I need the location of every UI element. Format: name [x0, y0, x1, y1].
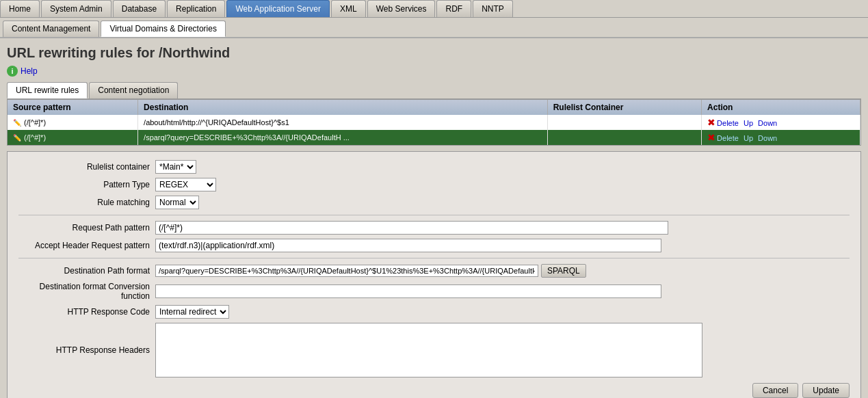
col-header-action: Action [702, 100, 860, 115]
second-nav-tab-content-management[interactable]: Content Management [3, 21, 99, 37]
help-section: i Help [0, 64, 868, 82]
rule-matching-row: Rule matching Normal Greedy [18, 196, 850, 209]
rule-matching-select[interactable]: Normal Greedy [155, 196, 199, 209]
delete-icon[interactable]: ✖ [707, 132, 715, 143]
form-buttons: Cancel Update [18, 383, 850, 398]
dest-format-row: Destination format Conversion function [18, 282, 850, 301]
up-link[interactable]: Up [744, 119, 753, 127]
col-header-rulelist: Rulelist Container [547, 100, 701, 115]
top-nav-tab-rdf[interactable]: RDF [436, 0, 471, 17]
form-divider-1 [18, 215, 850, 215]
http-response-code-label: HTTP Response Code [18, 307, 155, 317]
pattern-type-row: Pattern Type REGEX WILDCARD [18, 178, 850, 191]
sparql-button[interactable]: SPARQL [541, 264, 586, 278]
dest-format-label: Destination format Conversion function [18, 282, 155, 301]
pattern-type-label: Pattern Type [18, 180, 155, 189]
col-header-destination: Destination [138, 100, 548, 115]
destination-cell: /about/html/http://^{URIQADefaultHost}^$… [138, 115, 548, 130]
down-link[interactable]: Down [758, 134, 777, 142]
delete-link[interactable]: Delete [717, 119, 739, 127]
top-nav-tab-web-services[interactable]: Web Services [367, 0, 436, 17]
rules-table: Source pattern Destination Rulelist Cont… [8, 100, 860, 145]
dest-path-input[interactable] [155, 265, 538, 277]
request-path-row: Request Path pattern [18, 221, 850, 235]
top-nav-tab-replication[interactable]: Replication [167, 0, 225, 17]
pattern-type-select[interactable]: REGEX WILDCARD [155, 178, 216, 191]
top-nav-tab-database[interactable]: Database [113, 0, 166, 17]
up-link[interactable]: Up [744, 134, 753, 142]
rules-table-container: Source pattern Destination Rulelist Cont… [7, 99, 861, 146]
table-row[interactable]: ✏️(/[^#]*)/sparql?query=DESCRIBE+%3Chttp… [8, 130, 860, 145]
inner-tab-content-negotiation[interactable]: Content negotiation [89, 82, 178, 98]
http-response-code-select[interactable]: Internal redirect 301 302 303 [155, 305, 229, 319]
top-nav-tab-system-admin[interactable]: System Admin [41, 0, 111, 17]
http-response-code-row: HTTP Response Code Internal redirect 301… [18, 305, 850, 319]
rulelist-container-cell [547, 130, 701, 145]
inner-tab-url-rewrite-rules[interactable]: URL rewrite rules [7, 82, 88, 98]
action-cell: ✖Delete Up Down [702, 130, 860, 145]
top-nav-tab-home[interactable]: Home [0, 0, 40, 17]
delete-link[interactable]: Delete [717, 134, 739, 142]
http-response-headers-row: HTTP Response Headers [18, 323, 850, 377]
request-path-input[interactable] [155, 221, 668, 235]
second-nav: Content ManagementVirtual Domains & Dire… [0, 18, 868, 38]
top-nav-tab-xml[interactable]: XML [331, 0, 366, 17]
update-button[interactable]: Update [802, 383, 850, 398]
accept-header-row: Accept Header Request pattern [18, 239, 850, 252]
action-cell: ✖Delete Up Down [702, 115, 860, 130]
rule-matching-label: Rule matching [18, 198, 155, 207]
accept-header-label: Accept Header Request pattern [18, 241, 155, 250]
rulelist-container-select[interactable]: *Main* [155, 160, 196, 174]
dest-format-input[interactable] [155, 284, 661, 298]
destination-cell: /sparql?query=DESCRIBE+%3Chttp%3A//{URIQ… [138, 130, 548, 145]
page-title: URL rewriting rules for /Northwind [0, 38, 868, 64]
rulelist-container-row: Rulelist container *Main* [18, 160, 850, 174]
help-icon: i [7, 66, 18, 77]
inner-tabs: URL rewrite rulesContent negotiation [7, 82, 861, 99]
col-header-source: Source pattern [8, 100, 138, 115]
table-row[interactable]: ✏️(/[^#]*)/about/html/http://^{URIQADefa… [8, 115, 860, 130]
delete-icon[interactable]: ✖ [707, 117, 715, 128]
request-path-label: Request Path pattern [18, 223, 155, 233]
second-nav-tab-virtual-domains-&-directories[interactable]: Virtual Domains & Directories [101, 21, 226, 37]
cancel-button[interactable]: Cancel [752, 383, 798, 398]
rulelist-container-label: Rulelist container [18, 162, 155, 172]
source-pattern-cell: ✏️(/[^#]*) [8, 115, 138, 130]
help-link[interactable]: Help [21, 66, 38, 76]
top-nav: HomeSystem AdminDatabaseReplicationWeb A… [0, 0, 868, 18]
top-nav-tab-web-application-server[interactable]: Web Application Server [226, 0, 330, 17]
form-divider-2 [18, 258, 850, 258]
down-link[interactable]: Down [758, 119, 777, 127]
dest-path-label: Destination Path format [18, 266, 155, 276]
edit-form: Rulelist container *Main* Pattern Type R… [7, 151, 861, 398]
http-response-headers-textarea[interactable] [155, 323, 702, 377]
accept-header-input[interactable] [155, 239, 661, 252]
top-nav-tab-nntp[interactable]: NNTP [473, 0, 513, 17]
source-pattern-cell: ✏️(/[^#]*) [8, 130, 138, 145]
rulelist-container-cell [547, 115, 701, 130]
http-response-headers-label: HTTP Response Headers [18, 345, 155, 355]
dest-path-row: Destination Path format SPARQL [18, 264, 850, 278]
